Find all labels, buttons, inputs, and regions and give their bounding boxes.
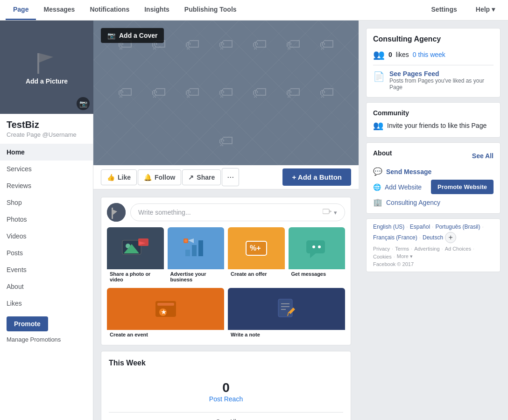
- post-reach-label: Post Reach: [114, 395, 338, 403]
- invite-friends-link[interactable]: Invite your friends: [387, 122, 439, 129]
- people-icon: 👥: [373, 49, 385, 60]
- share-button[interactable]: ↗ Share: [182, 169, 221, 185]
- compose-card-messages[interactable]: Get messages: [289, 227, 346, 284]
- card-label-advertise: Advertise your business: [168, 269, 225, 284]
- compose-card-advertise[interactable]: Advertise your business: [168, 227, 225, 284]
- lang-sep-3: ·: [482, 224, 483, 230]
- building-icon: 🏢: [373, 198, 382, 207]
- nav-item-publishing-tools[interactable]: Publishing Tools: [177, 0, 244, 20]
- like-button[interactable]: 👍 Like: [101, 169, 137, 185]
- footer-advertising[interactable]: Advertising: [414, 246, 439, 252]
- footer-cookies[interactable]: Cookies: [373, 254, 392, 259]
- svg-point-19: [312, 245, 315, 248]
- card-label-note: Write a note: [228, 330, 345, 339]
- nav-item-settings[interactable]: Settings: [424, 6, 465, 14]
- sidebar-item-about[interactable]: About: [0, 278, 93, 295]
- sidebar-nav-links: Home Services Reviews Shop Photos Videos…: [0, 144, 93, 312]
- footer-ad-choices[interactable]: Ad Choices: [445, 246, 471, 252]
- pages-feed-row: 📄 See Pages Feed Posts from Pages you've…: [373, 70, 494, 91]
- nav-item-help[interactable]: Help ▾: [468, 6, 502, 14]
- about-card: About See All 💬 Send Message 🌐 Add Websi…: [366, 142, 501, 214]
- svg-rect-12: [198, 240, 203, 256]
- see-all-link[interactable]: See All: [109, 412, 343, 420]
- follow-button[interactable]: 🔔 Follow: [138, 169, 181, 185]
- likes-row: 👥 0 likes 0 this week: [373, 49, 494, 60]
- invite-row: 👥 Invite your friends to like this Page: [373, 120, 494, 131]
- profile-picture-upload[interactable]: Add a Picture 📷: [0, 21, 93, 114]
- compose-cards-grid2: ★ Create an event Write a note: [107, 288, 345, 339]
- svg-rect-2: [112, 208, 113, 219]
- sidebar-item-services[interactable]: Services: [0, 161, 93, 177]
- lang-espanol[interactable]: Español: [410, 224, 430, 230]
- invite-icon: 👥: [373, 120, 383, 131]
- lang-deutsch[interactable]: Deutsch: [423, 234, 443, 241]
- this-week-section: This Week 0 Post Reach See All: [101, 351, 351, 420]
- divider-1: [373, 65, 494, 65]
- post-reach-stat: 0 Post Reach: [109, 375, 343, 408]
- promote-website-button[interactable]: Promote Website: [431, 180, 494, 194]
- like-icon: 👍: [107, 174, 115, 181]
- card-label-photo: Share a photo or video: [107, 269, 164, 284]
- svg-marker-18: [310, 253, 316, 258]
- nav-left: Page Messages Notifications Insights Pub…: [6, 0, 424, 20]
- share-icon: ↗: [188, 174, 194, 181]
- see-pages-feed-link[interactable]: See Pages Feed: [389, 70, 494, 77]
- compose-card-event[interactable]: ★ Create an event: [107, 288, 224, 339]
- more-button[interactable]: ···: [222, 168, 239, 186]
- compose-input-field[interactable]: Write something... ▾: [130, 203, 345, 221]
- svg-point-14: [184, 239, 187, 242]
- manage-promotions-link[interactable]: Manage Promotions: [0, 333, 93, 346]
- pages-feed-icon: 📄: [373, 71, 385, 82]
- sidebar-item-videos[interactable]: Videos: [0, 228, 93, 245]
- sidebar-item-shop[interactable]: Shop: [0, 194, 93, 211]
- nav-item-insights[interactable]: Insights: [137, 0, 177, 20]
- footer-terms[interactable]: Terms: [395, 246, 409, 252]
- sidebar-item-home[interactable]: Home: [0, 144, 93, 161]
- page-avatar-icon: [107, 203, 126, 222]
- compose-card-offer[interactable]: %+ Create an offer: [228, 227, 285, 284]
- send-message-label: Send Message: [386, 168, 431, 175]
- add-language-button[interactable]: +: [445, 232, 456, 243]
- page-username[interactable]: Create Page @Username: [0, 131, 93, 144]
- svg-rect-0: [37, 53, 39, 74]
- about-see-all[interactable]: See All: [472, 152, 494, 160]
- sidebar-item-reviews[interactable]: Reviews: [0, 177, 93, 194]
- send-message-row[interactable]: 💬 Send Message: [373, 167, 494, 176]
- action-bar: 👍 Like 🔔 Follow ↗ Share ··· + Add a Butt…: [93, 165, 359, 189]
- compose-card-photo[interactable]: Share a photo or video: [107, 227, 164, 284]
- lang-english[interactable]: English (US): [373, 224, 404, 230]
- main-content: 🏷🏷🏷🏷🏷 🏷🏷🏷🏷🏷 🏷🏷🏷🏷🏷 📷 Add a Cover 👍 Like 🔔…: [93, 21, 359, 420]
- language-links: English (US) · Español · Português (Bras…: [373, 224, 494, 243]
- sidebar-item-events[interactable]: Events: [0, 261, 93, 278]
- svg-text:★: ★: [161, 309, 166, 315]
- camera-icon[interactable]: 📷: [77, 97, 90, 110]
- nav-item-page[interactable]: Page: [6, 0, 36, 20]
- compose-placeholder: Write something...: [138, 209, 191, 216]
- sidebar-item-likes[interactable]: Likes: [0, 295, 93, 312]
- message-icon: 💬: [373, 167, 382, 176]
- page-name: TestBiz: [0, 114, 93, 131]
- nav-item-messages[interactable]: Messages: [36, 0, 82, 20]
- left-sidebar: Add a Picture 📷 TestBiz Create Page @Use…: [0, 21, 93, 420]
- cover-photo-area: 🏷🏷🏷🏷🏷 🏷🏷🏷🏷🏷 🏷🏷🏷🏷🏷 📷 Add a Cover: [93, 21, 359, 165]
- add-cover-button[interactable]: 📷 Add a Cover: [101, 28, 164, 43]
- footer-more[interactable]: More ▾: [397, 253, 413, 259]
- community-card: Community 👥 Invite your friends to like …: [366, 102, 501, 138]
- invite-suffix: to like this Page: [439, 122, 487, 129]
- see-pages-feed-subtitle: Posts from Pages you've liked as your Pa…: [389, 77, 494, 91]
- add-website-row: 🌐 Add Website Promote Website: [373, 180, 494, 194]
- lang-portuguese[interactable]: Português (Brasil): [435, 224, 480, 230]
- sidebar-item-photos[interactable]: Photos: [0, 211, 93, 228]
- promote-button[interactable]: Promote: [7, 316, 48, 331]
- lang-french[interactable]: Français (France): [373, 234, 417, 241]
- svg-rect-10: [185, 250, 190, 256]
- compose-card-note[interactable]: Write a note: [228, 288, 345, 339]
- footer-privacy[interactable]: Privacy: [373, 246, 390, 252]
- add-website-left[interactable]: 🌐 Add Website: [373, 183, 422, 191]
- add-button-cta[interactable]: + Add a Button: [282, 168, 351, 186]
- nav-item-notifications[interactable]: Notifications: [82, 0, 137, 20]
- svg-text:%+: %+: [250, 244, 261, 252]
- card-label-event: Create an event: [107, 330, 224, 339]
- consulting-row[interactable]: 🏢 Consulting Agency: [373, 198, 494, 207]
- sidebar-item-posts[interactable]: Posts: [0, 245, 93, 261]
